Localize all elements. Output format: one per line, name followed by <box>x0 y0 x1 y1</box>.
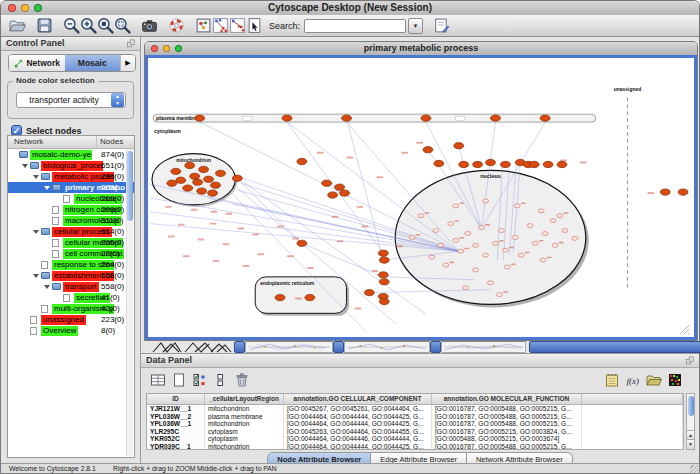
network-node[interactable] <box>193 179 203 185</box>
network-node[interactable] <box>322 180 332 186</box>
network-node[interactable] <box>518 253 524 257</box>
network-node[interactable] <box>492 241 498 245</box>
network-node[interactable] <box>379 298 389 304</box>
network-canvas[interactable]: plasma membranecytoplasmmitochondrionend… <box>145 55 697 340</box>
attribute-notes-icon[interactable] <box>604 372 620 388</box>
tree-row[interactable]: primary metabol209(... <box>8 182 134 193</box>
tree-row[interactable]: biological_process651(0) <box>8 160 134 171</box>
network-node[interactable] <box>557 161 567 167</box>
network-node[interactable] <box>459 161 469 167</box>
tree-row[interactable]: transport558(0) <box>8 281 134 292</box>
copy-network-style-icon[interactable] <box>212 17 229 34</box>
network-node[interactable] <box>197 188 207 194</box>
network-node[interactable] <box>282 115 292 121</box>
export-image-icon[interactable] <box>141 17 158 34</box>
network-edge[interactable] <box>347 118 384 260</box>
tree-row[interactable]: establishment of lo558(0) <box>8 270 134 281</box>
network-node[interactable] <box>540 258 546 262</box>
vizmapper-icon[interactable] <box>195 17 212 34</box>
network-node[interactable] <box>185 162 195 168</box>
network-node[interactable] <box>429 255 435 259</box>
network-node[interactable] <box>208 190 218 196</box>
tree-row[interactable]: metabolic process280(0) <box>8 171 134 182</box>
network-node[interactable] <box>183 185 193 191</box>
tree-expand-arrow-icon[interactable] <box>44 186 50 190</box>
search-config-icon[interactable] <box>433 17 450 34</box>
network-node[interactable] <box>199 166 209 172</box>
tree-row[interactable]: cellular process614(0) <box>8 226 134 237</box>
network-node[interactable] <box>572 236 578 240</box>
network-node[interactable] <box>305 294 315 300</box>
select-attributes-icon[interactable] <box>192 372 208 388</box>
function-builder-icon[interactable]: f(x) <box>625 372 641 388</box>
delete-attribute-icon[interactable] <box>234 372 250 388</box>
table-column-header[interactable]: annotation.GO CELLULAR_COMPONENT <box>284 394 432 404</box>
network-edge[interactable] <box>302 243 383 277</box>
tree-scrollbar[interactable] <box>126 149 133 456</box>
network-node[interactable] <box>557 214 563 218</box>
tree-row[interactable]: cellular metabol209(0) <box>8 237 134 248</box>
tree-row[interactable]: secretion41(0) <box>8 292 134 303</box>
network-node[interactable] <box>532 241 538 245</box>
tab-mosaic[interactable]: Mosaic <box>65 55 121 71</box>
network-node[interactable] <box>458 249 464 253</box>
network-node[interactable] <box>512 235 518 239</box>
network-node[interactable] <box>660 189 670 195</box>
network-node[interactable] <box>340 190 350 196</box>
table-column-header[interactable]: annotation.GO MOLECULAR_FUNCTION <box>432 394 582 404</box>
table-row[interactable]: YJR121W__1mitochondrion[GO:0045267, GO:0… <box>147 405 683 413</box>
network-node[interactable] <box>552 243 558 247</box>
scroll-down-icon[interactable]: ▼ <box>687 439 694 449</box>
network-node[interactable] <box>433 229 439 233</box>
table-column-header[interactable]: ID <box>147 394 205 404</box>
tab-overflow-arrow[interactable]: ▶ <box>120 55 135 71</box>
zoom-out-icon[interactable] <box>63 17 80 34</box>
tree-row[interactable]: response to stimulu264(0) <box>8 259 134 270</box>
network-node[interactable] <box>190 173 200 179</box>
network-node[interactable] <box>500 161 510 167</box>
network-node[interactable] <box>364 289 374 295</box>
network-node[interactable] <box>443 263 449 267</box>
node-color-dropdown[interactable]: transporter activity ▲▼ <box>16 92 126 108</box>
tree-expand-arrow-icon[interactable] <box>22 164 28 168</box>
table-row[interactable]: YPL036W__2plasma membrane[GO:0044464, GO… <box>147 413 683 421</box>
network-node[interactable] <box>335 184 345 190</box>
network-node[interactable] <box>527 224 533 228</box>
network-node[interactable] <box>463 286 469 290</box>
tree-row[interactable]: mosaic-demo-yeast874(0) <box>8 149 134 160</box>
canvas-resize-grip[interactable] <box>688 333 689 334</box>
save-session-icon[interactable] <box>36 17 53 34</box>
tree-expand-arrow-icon[interactable] <box>33 175 39 179</box>
tree-row[interactable]: nitrogen compo209(0) <box>8 204 134 215</box>
network-node[interactable] <box>297 240 307 246</box>
network-node[interactable] <box>195 115 205 121</box>
network-node[interactable] <box>423 147 433 153</box>
network-node[interactable] <box>486 159 496 165</box>
table-row[interactable]: YDR039C__1mitochondrion[GO:0044464, GO:0… <box>147 443 683 450</box>
network-node[interactable] <box>483 253 489 257</box>
network-node[interactable] <box>211 182 221 188</box>
network-node[interactable] <box>453 238 459 242</box>
create-attribute-icon[interactable] <box>171 372 187 388</box>
paste-network-style-icon[interactable] <box>229 17 246 34</box>
window-resize-grip[interactable] <box>690 465 698 473</box>
tree-row[interactable]: cell communicat22(0) <box>8 248 134 259</box>
network-node[interactable] <box>216 170 226 176</box>
network-node[interactable] <box>488 281 494 285</box>
network-node[interactable] <box>379 279 389 285</box>
network-node[interactable] <box>167 180 177 186</box>
table-row[interactable]: YKR052Ccytoplasm[GO:0044464, GO:0044446,… <box>147 435 683 443</box>
network-node[interactable] <box>473 161 483 167</box>
table-scrollbar[interactable]: ▲ ▼ <box>686 393 695 450</box>
network-node[interactable] <box>529 161 539 167</box>
network-node[interactable] <box>232 175 242 181</box>
import-attributes-icon[interactable] <box>646 372 662 388</box>
network-window-titlebar[interactable]: primary metabolic process <box>145 42 697 56</box>
float-panel-icon[interactable] <box>126 39 136 48</box>
network-node[interactable] <box>498 229 504 233</box>
canvas-resize-grip[interactable] <box>680 325 689 334</box>
plasma-membrane-region[interactable] <box>153 114 596 122</box>
network-node[interactable] <box>514 204 520 208</box>
annotation-icon[interactable] <box>246 17 263 34</box>
tree-row[interactable]: multi-organism pro42(0) <box>8 303 134 314</box>
